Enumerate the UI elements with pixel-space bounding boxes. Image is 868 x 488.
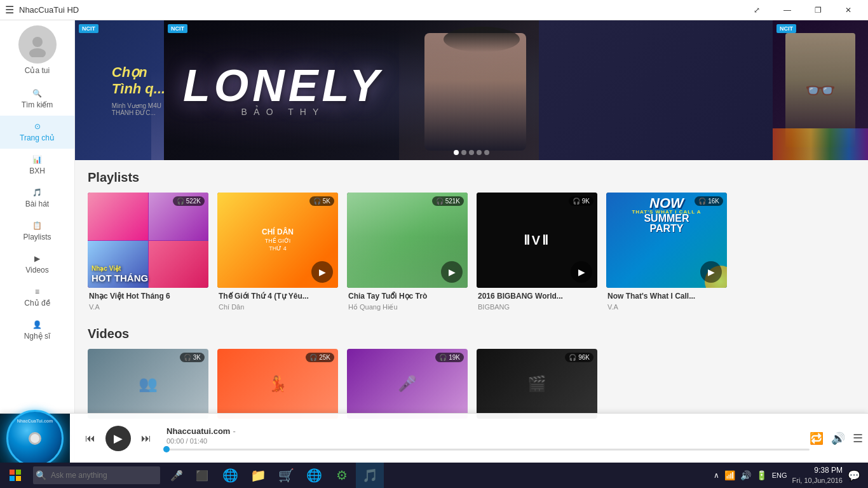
sidebar-item-videos[interactable]: ▶ Videos	[0, 248, 74, 281]
play-btn-1[interactable]: ▶	[311, 261, 333, 283]
playlist-info-0: Nhạc Việt Hot Tháng 6 V.A	[88, 288, 208, 311]
sidebar-label-search: Tìm kiếm	[22, 100, 53, 109]
video-count-2: 🎧19K	[435, 353, 464, 362]
banner-dot-3[interactable]	[477, 150, 482, 155]
sidebar-item-artists[interactable]: 👤 Nghệ sĩ	[0, 314, 74, 347]
playlist-card-2[interactable]: 🎧521K ▶ Chia Tay Tuổi Học Trò Hồ Quang H…	[347, 193, 468, 311]
taskbar-system-icons: 🎤 ⬛	[165, 464, 214, 487]
playlist-card-4[interactable]: NOW THAT'S WHAT I CALL A SUMMERPARTY 🎧16…	[606, 193, 727, 311]
playlists-section: Playlists	[75, 160, 868, 316]
banner-dot-2[interactable]	[469, 150, 474, 155]
taskbar-datetime: 9:38 PM Fri, 10,Jun,2016	[792, 465, 843, 485]
taskbar-ie-icon[interactable]: 🌐	[300, 463, 328, 488]
sidebar-item-topics[interactable]: ≡ Chủ đề	[0, 281, 74, 314]
bigbang-logo: ⅡVⅡ	[524, 233, 550, 248]
playlist-count-4: 🎧16K	[695, 196, 723, 206]
svg-point-0	[32, 37, 43, 47]
video-card-2[interactable]: 🎤 🎧19K	[347, 349, 468, 419]
player-progress[interactable]	[166, 449, 810, 451]
play-pause-button[interactable]: ▶	[105, 426, 131, 451]
playlist-card-0[interactable]: Nhạc Việt HOT THÁNG 🎧522K Nhạc Việt Hot …	[88, 193, 208, 311]
expand-button[interactable]: ⤢	[742, 0, 771, 20]
taskbar-chrome-icon[interactable]: ⚙	[328, 463, 356, 488]
svg-rect-2	[10, 470, 15, 475]
chi-dan-text: CHÍ DÂN THẾ GIỚITHỨ 4	[257, 222, 299, 257]
playlist-name-1: Thế Giới Thứ 4 (Tự Yêu...	[219, 292, 337, 302]
volume-button[interactable]: 🔊	[831, 431, 845, 445]
sidebar-item-playlists[interactable]: 📋 Playlists	[0, 215, 74, 248]
video-card-0[interactable]: 👥 🎧3K	[88, 349, 208, 419]
menu-icon[interactable]: ☰	[5, 4, 14, 16]
sidebar-item-bxh[interactable]: 📊 BXH	[0, 149, 74, 182]
search-icon: 🔍	[32, 89, 42, 98]
videos-section: Videos 👥 🎧3K 💃	[75, 316, 868, 424]
playlists-grid: Nhạc Việt HOT THÁNG 🎧522K Nhạc Việt Hot …	[88, 193, 855, 311]
playlist-card-1[interactable]: CHÍ DÂN THẾ GIỚITHỨ 4 🎧5K ▶ Thế Giới Thứ…	[217, 193, 338, 311]
banner-dot-0[interactable]	[454, 150, 459, 155]
player-separator: -	[233, 426, 235, 436]
windows-logo-icon	[10, 470, 21, 481]
taskbar-edge-icon[interactable]: 🌐	[216, 463, 244, 488]
artists-icon: 👤	[32, 320, 42, 329]
sidebar-item-search[interactable]: 🔍 Tìm kiếm	[0, 83, 74, 116]
taskbar-right: ∧ 📶 🔊 🔋 ENG 9:38 PM Fri, 10,Jun,2016 💬	[714, 465, 865, 485]
taskbar-store-icon[interactable]: 🛒	[272, 463, 300, 488]
minimize-button[interactable]: —	[773, 0, 802, 20]
banner-dot-4[interactable]	[484, 150, 489, 155]
banner-dot-1[interactable]	[461, 150, 466, 155]
player-progress-dot[interactable]	[163, 446, 170, 452]
taskbar-network-icon: 📶	[724, 470, 735, 480]
play-btn-2[interactable]: ▶	[441, 261, 463, 283]
banner-slide-center[interactable]: NCïT LONELY BẢO THY	[164, 20, 539, 160]
taskbar-mic-icon[interactable]: 🎤	[165, 464, 188, 487]
avatar	[18, 25, 57, 64]
ncit-badge-right: NCïT	[776, 24, 796, 33]
taskbar-explorer-icon[interactable]: 📁	[244, 463, 272, 488]
player-right-controls: 🔁 🔊 ☰	[810, 431, 863, 445]
play-btn-3[interactable]: ▶	[571, 261, 592, 283]
banner-slide-right[interactable]: NCïT 👓	[773, 20, 868, 160]
taskbar-volume-icon[interactable]: 🔊	[740, 470, 751, 480]
sidebar-item-songs[interactable]: 🎵 Bài hát	[0, 182, 74, 215]
taskbar-search-container: 🔍	[31, 466, 160, 484]
playlists-title: Playlists	[88, 170, 855, 185]
start-button[interactable]	[3, 463, 28, 488]
svg-point-1	[29, 48, 46, 57]
queue-button[interactable]: ☰	[853, 431, 863, 445]
home-icon: ⊙	[34, 122, 41, 131]
prev-button[interactable]: ⏮	[80, 428, 100, 449]
next-button[interactable]: ⏭	[136, 428, 156, 449]
sidebar-item-home[interactable]: ⊙ Trang chủ	[0, 116, 74, 149]
taskbar-taskview-icon[interactable]: ⬛	[191, 464, 214, 487]
videos-title: Videos	[88, 327, 855, 341]
avatar-icon	[25, 32, 50, 57]
close-button[interactable]: ✕	[834, 0, 863, 20]
playlist-info-1: Thế Giới Thứ 4 (Tự Yêu... Chí Dân	[217, 288, 338, 311]
play-btn-4[interactable]: ▶	[700, 261, 722, 283]
playlist-name-2: Chia Tay Tuổi Học Trò	[348, 292, 466, 302]
video-card-3[interactable]: 🎬 🎧96K	[477, 349, 597, 419]
hero-banner[interactable]: NCïT ChọnTình q... Minh Vương M4UTHÀNH Đ…	[75, 20, 868, 160]
video-card-1[interactable]: 💃 🎧25K	[217, 349, 338, 419]
sidebar-label-playlists: Playlists	[23, 233, 51, 241]
taskbar-chevron-icon[interactable]: ∧	[714, 471, 719, 480]
svg-rect-4	[10, 476, 15, 481]
video-thumb-3: 🎬 🎧96K	[477, 349, 597, 419]
repeat-button[interactable]: 🔁	[810, 431, 824, 445]
videos-icon: ▶	[34, 254, 40, 263]
sidebar-label-home: Trang chủ	[20, 133, 55, 142]
sidebar-label-videos: Videos	[25, 266, 48, 274]
video-count-3: 🎧96K	[565, 353, 593, 362]
ncit-badge-left: NCïT	[79, 24, 98, 33]
playlist-artist-0: V.A	[89, 303, 207, 311]
playlist-card-3[interactable]: ⅡVⅡ 🎧9K ▶ 2016 BIGBANG World... BIGBANG	[477, 193, 597, 311]
taskbar-search-input[interactable]	[33, 466, 160, 484]
topics-icon: ≡	[35, 287, 39, 296]
video-count-1: 🎧25K	[306, 353, 334, 362]
lonely-text: LONELY BẢO THY	[183, 64, 383, 117]
sidebar-label-bxh: BXH	[29, 166, 45, 175]
taskbar-nhaccuatui-icon[interactable]: 🎵	[356, 463, 384, 488]
restore-button[interactable]: ❐	[803, 0, 832, 20]
taskbar-notification-icon[interactable]: 💬	[848, 470, 860, 482]
taskbar-battery-icon: 🔋	[756, 470, 767, 480]
